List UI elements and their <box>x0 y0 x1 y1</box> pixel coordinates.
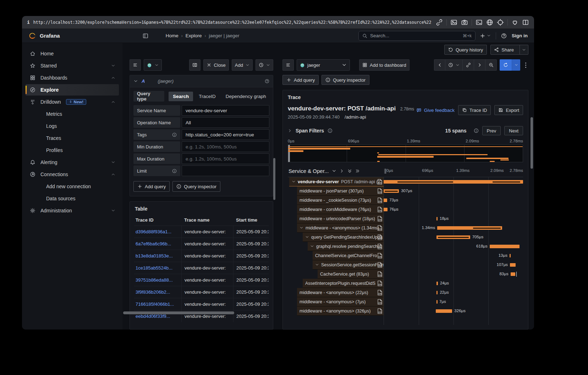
span-name-cell[interactable]: middleware - <anonymous> (7μs)LOG <box>297 297 384 306</box>
sidebar-item-administration[interactable]: Administration <box>26 205 119 216</box>
span-logs-icon[interactable]: LOG <box>378 281 382 286</box>
span-name-cell[interactable]: ChannelService.getChannelFroLOG <box>313 251 384 260</box>
span-name-cell[interactable]: middleware - <anonymous> (1.34ms)LOG <box>297 223 384 233</box>
span-timeline-track[interactable]: 618μs <box>384 242 523 251</box>
camera-icon[interactable] <box>461 19 468 26</box>
search-input[interactable]: Search... ⌘+k <box>358 31 476 41</box>
query-rows-outline-button[interactable] <box>130 59 141 71</box>
sidebar-item-dashboards[interactable]: Dashboards <box>26 72 119 83</box>
span-name-cell[interactable]: middleware - _cookieSession (73μs)LOG <box>297 196 384 205</box>
query-inspector-button[interactable]: Query inspector <box>322 75 369 85</box>
time-shift-back-button[interactable] <box>434 59 445 71</box>
sidebar-item-drilldown[interactable]: DrilldownNew! <box>26 96 119 108</box>
span-logs-icon[interactable]: LOG <box>378 244 382 249</box>
span-logs-icon[interactable]: LOG <box>378 253 382 259</box>
span-name-cell[interactable]: graphql.resolve pendingSearchInLOG <box>308 242 384 251</box>
trace-id-link[interactable]: 7166185f4066b1... <box>134 301 181 307</box>
move-pane-right-button[interactable] <box>189 59 200 71</box>
trace-id-link[interactable]: 39751b86eda88... <box>134 277 181 283</box>
query-inspector-button[interactable]: Query inspector <box>172 181 220 192</box>
sign-in-button[interactable]: Sign in <box>512 33 528 38</box>
span-logs-icon[interactable]: LOG <box>378 234 382 240</box>
trace-id-link[interactable]: 3f9f836b206b2... <box>134 289 181 295</box>
span-logs-icon[interactable]: LOG <box>378 290 382 295</box>
span-name-cell[interactable]: SessionService.getSessionFronLOG <box>313 260 384 270</box>
span-timeline-track[interactable]: 326μs <box>384 306 523 316</box>
span-name-cell[interactable]: AssetInterceptorPlugin.requestDidSLOG <box>303 279 384 288</box>
breadcrumb-current[interactable]: jaeger | jaeger <box>209 33 240 38</box>
service-name-input[interactable]: vendure-dev-server <box>182 105 269 116</box>
tags-input[interactable]: http.status_code=200 error=true <box>182 129 269 140</box>
span-duration-bar[interactable] <box>490 245 520 248</box>
sidebar-item-logs[interactable]: Logs <box>26 120 119 132</box>
trace-id-button[interactable]: Trace ID <box>458 105 491 115</box>
minimap-canvas[interactable] <box>288 145 523 162</box>
add-query-button[interactable]: Add query <box>133 181 170 192</box>
span-name-cell[interactable]: middleware - <anonymous> (22μs)LOG <box>297 288 384 297</box>
min-duration-input[interactable]: e.g. 1.2s, 100ms, 500us <box>182 141 269 152</box>
span-duration-bar[interactable] <box>384 208 388 211</box>
right-datasource-picker[interactable]: jaeger <box>297 59 350 71</box>
screenshot-icon[interactable] <box>450 19 457 26</box>
terminal-icon[interactable] <box>476 19 483 26</box>
window-scrollbar[interactable] <box>531 117 533 169</box>
span-name-cell[interactable]: middleware - corsMiddleware (76μs)LOG <box>297 205 384 214</box>
sidebar-item-profiles[interactable]: Profiles <box>26 145 119 156</box>
add-to-dashboard-button[interactable]: Add to dashboard <box>359 59 410 71</box>
time-shift-forward-button[interactable] <box>474 59 485 71</box>
query-history-button[interactable]: Query history <box>444 45 487 55</box>
operation-name-input[interactable]: All <box>182 117 269 128</box>
crosshair-icon[interactable] <box>497 19 504 26</box>
span-logs-icon[interactable]: LOG <box>378 262 382 268</box>
add-dropdown-button[interactable]: Add <box>232 59 253 71</box>
next-span-button[interactable]: Next <box>504 126 523 135</box>
copy-time-link-button[interactable] <box>463 59 474 71</box>
span-name-cell[interactable]: middleware - <anonymous> (326μs)LOG <box>297 306 384 316</box>
max-duration-input[interactable]: e.g. 1.2s, 100ms, 500us <box>182 153 269 164</box>
sidebar-item-connections[interactable]: Connections <box>26 169 119 180</box>
span-timeline-track[interactable]: 22μs <box>384 288 523 297</box>
collapse-query-icon[interactable] <box>133 79 138 83</box>
span-duration-bar[interactable] <box>437 226 502 230</box>
span-logs-icon[interactable]: LOG <box>378 188 382 194</box>
column-resize-handle[interactable] <box>384 169 386 174</box>
export-button[interactable]: Export <box>494 105 523 115</box>
time-range-button[interactable] <box>255 59 273 71</box>
sidebar-item-data-sources[interactable]: Data sources <box>26 193 119 204</box>
span-timeline-track[interactable]: 24μs <box>384 279 523 288</box>
span-timeline-track[interactable]: 76μs <box>384 205 523 214</box>
breadcrumb-explore[interactable]: Explore <box>186 33 202 38</box>
breadcrumb-home[interactable]: Home <box>166 33 178 38</box>
sidebar-item-home[interactable]: Home <box>26 48 119 59</box>
new-button[interactable] <box>480 33 491 39</box>
service-operation-column-header[interactable]: Service & Oper... <box>288 168 384 174</box>
copy-link-icon[interactable] <box>436 19 443 26</box>
sidebar-item-metrics[interactable]: Metrics <box>26 108 119 120</box>
trace-id-link[interactable]: 6a7ef6ba6c96b... <box>134 241 181 246</box>
globe-icon[interactable] <box>486 19 493 26</box>
span-timeline-track[interactable]: 18μs <box>384 214 523 223</box>
url-text[interactable]: http://localhost:3200/explore?schemaVers… <box>33 20 432 25</box>
span-logs-icon[interactable]: LOG <box>378 216 382 222</box>
column-header-start-time[interactable]: Start time <box>233 217 269 223</box>
limit-input[interactable] <box>182 165 269 176</box>
tab-search[interactable]: Search <box>169 92 193 101</box>
span-timeline-track[interactable]: 1.34ms <box>384 223 523 233</box>
span-name-cell[interactable]: middleware - urlencodedParser (18μs)LOG <box>297 214 384 223</box>
horizontal-scrollbar[interactable] <box>123 311 234 314</box>
share-dropdown[interactable] <box>520 45 528 54</box>
span-duration-bar[interactable] <box>436 291 438 294</box>
query-rows-outline-button[interactable] <box>282 59 294 71</box>
sidebar-item-traces[interactable]: Traces <box>26 132 119 144</box>
split-view-icon[interactable] <box>522 19 529 26</box>
span-duration-bar[interactable] <box>510 254 511 257</box>
sidebar-item-alerting[interactable]: Alerting <box>26 157 119 168</box>
heart-hands-icon[interactable] <box>511 19 518 26</box>
span-logs-icon[interactable]: LOG <box>378 271 382 277</box>
span-timeline-track[interactable]: 83μs <box>384 270 523 279</box>
trace-minimap[interactable]: 0μs696μs1.39ms2.09ms2.78ms <box>288 139 523 162</box>
span-name-cell[interactable]: CacheService.get (83μs)LOG <box>318 270 384 279</box>
sidebar-toggle-icon[interactable] <box>142 33 149 39</box>
span-duration-bar[interactable] <box>436 235 470 239</box>
share-button[interactable]: Share <box>490 45 528 55</box>
